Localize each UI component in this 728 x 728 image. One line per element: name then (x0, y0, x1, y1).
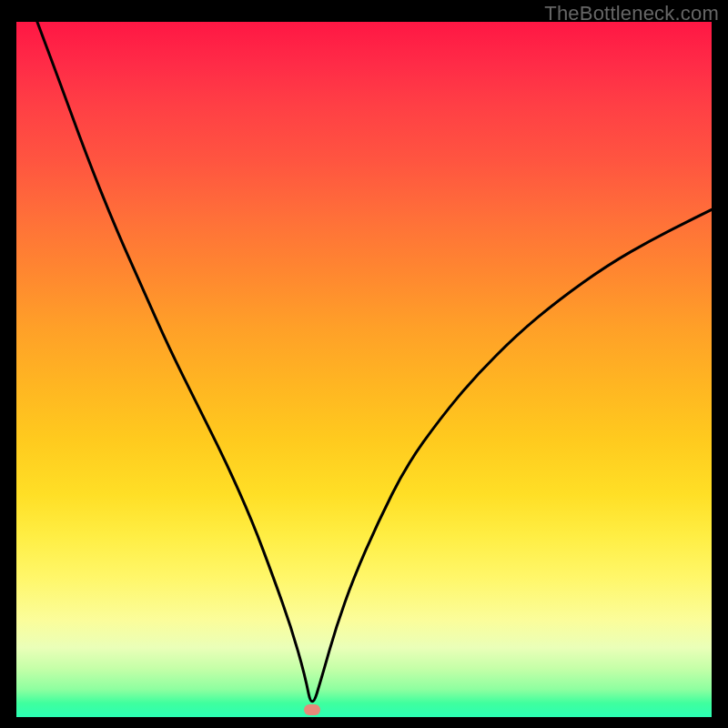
chart-frame (16, 22, 712, 717)
bottleneck-curve-svg (16, 22, 712, 717)
bottleneck-curve (37, 22, 712, 702)
curve-minimum-marker (304, 704, 320, 715)
